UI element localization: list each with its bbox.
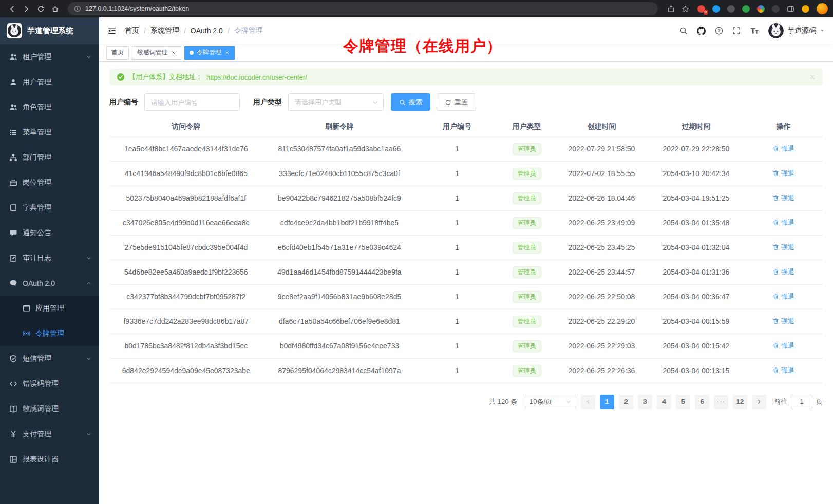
sidebar-item-token-mgmt[interactable]: 令牌管理 (0, 321, 99, 346)
sidebar-item-app-mgmt[interactable]: 应用管理 (0, 296, 99, 321)
next-page-button[interactable] (752, 395, 766, 409)
tab-token-management[interactable]: 令牌管理 (184, 46, 235, 60)
user-type-select[interactable]: 请选择用户类型 (288, 93, 384, 111)
sidebar-item-label: 部门管理 (23, 153, 51, 162)
breadcrumb-system[interactable]: 系统管理 (150, 26, 179, 35)
force-logout-button[interactable]: 强退 (772, 169, 794, 178)
cell-user-id: 1 (416, 358, 498, 383)
breadcrumb-home[interactable]: 首页 (125, 26, 139, 35)
sidebar-item-notice[interactable]: 通知公告 (0, 220, 99, 245)
search-button[interactable]: 搜索 (391, 93, 430, 111)
extension-icon[interactable] (770, 4, 781, 14)
browser-bookmark-button[interactable] (678, 2, 692, 15)
page-button-12[interactable]: 12 (733, 395, 747, 409)
sidebar-item-oauth[interactable]: OAuth 2.0 (0, 270, 99, 296)
header-search-icon[interactable] (679, 27, 688, 35)
font-size-icon[interactable] (750, 26, 759, 35)
cell-actions: 强退 (744, 284, 823, 309)
page-button-6[interactable]: 6 (695, 395, 709, 409)
extension-icon[interactable] (741, 4, 751, 14)
force-logout-button[interactable]: 强退 (772, 341, 794, 351)
help-icon[interactable] (715, 27, 723, 35)
tab-sensitive-word[interactable]: 敏感词管理 (132, 46, 181, 60)
force-logout-button[interactable]: 强退 (772, 366, 794, 375)
extension-icon[interactable] (711, 4, 721, 14)
sidebar-item-dict[interactable]: 字典管理 (0, 195, 99, 220)
extension-icon[interactable] (755, 4, 766, 14)
doc-link[interactable]: https://doc.iocoder.cn/user-center/ (206, 73, 307, 81)
user-type-badge: 管理员 (513, 143, 541, 155)
goto-page-input[interactable] (791, 395, 812, 409)
breadcrumb: 首页 / 系统管理 / OAuth 2.0 / 令牌管理 (125, 26, 263, 35)
sidebar-item-error-code[interactable]: 错误码管理 (0, 371, 99, 396)
cell-expire-time: 2054-03-04 01:35:48 (648, 210, 745, 235)
sidebar-item-report-designer[interactable]: 报表设计器 (0, 447, 99, 472)
cell-user-type: 管理员 (498, 235, 555, 260)
sidebar-item-label: 审计日志 (23, 254, 51, 263)
browser-reload-button[interactable] (34, 2, 47, 15)
user-id-input[interactable] (144, 93, 240, 111)
force-logout-button[interactable]: 强退 (772, 144, 794, 153)
breadcrumb-oauth[interactable]: OAuth 2.0 (191, 27, 223, 35)
sidebar-item-role[interactable]: 角色管理 (0, 94, 99, 120)
cell-expire-time: 2054-03-04 00:13:15 (648, 358, 745, 383)
app-logo-bar[interactable]: 芋道管理系统 (0, 17, 99, 44)
force-logout-button[interactable]: 强退 (772, 292, 794, 301)
browser-home-button[interactable] (48, 2, 62, 15)
alert-close-icon[interactable] (809, 74, 816, 80)
cell-refresh-token: 811c530487574fa0af1a59d3abc1aa66 (263, 137, 416, 161)
cell-refresh-token: cdfc4ce9c2da4bb1bdf21b9918ff4be5 (263, 210, 416, 235)
fullscreen-icon[interactable] (732, 27, 741, 35)
extension-icon[interactable] (726, 4, 736, 14)
cell-user-type: 管理员 (498, 309, 555, 334)
page-button-4[interactable]: 4 (657, 395, 671, 409)
browser-forward-button[interactable] (20, 2, 33, 15)
navbar-tools: 芋道源码 (679, 23, 825, 38)
user-menu[interactable]: 芋道源码 (768, 23, 825, 38)
browser-share-button[interactable] (664, 2, 677, 15)
browser-address-bar[interactable]: 127.0.0.1:1024/system/oauth2/token (68, 2, 658, 15)
annotation-text: 令牌管理（在线用户） (343, 36, 502, 57)
sidebar-item-tenant[interactable]: 租户管理 (0, 44, 99, 69)
sidebar-item-dept[interactable]: 部门管理 (0, 145, 99, 170)
cell-create-time: 2022-06-25 22:29:20 (555, 309, 648, 334)
browser-profile-avatar[interactable] (817, 3, 828, 14)
extension-icon[interactable] (800, 4, 810, 14)
force-logout-button[interactable]: 强退 (772, 193, 794, 203)
more-pages-button[interactable]: ··· (714, 395, 728, 409)
tab-home[interactable]: 首页 (106, 46, 129, 60)
sidebar-item-label: 敏感词管理 (23, 404, 59, 414)
collapse-sidebar-button[interactable] (107, 26, 117, 35)
reset-button[interactable]: 重置 (437, 93, 476, 111)
tab-close-icon[interactable] (224, 50, 230, 55)
force-logout-button[interactable]: 强退 (772, 218, 794, 227)
refresh-icon (445, 99, 451, 106)
cell-user-type: 管理员 (498, 260, 555, 284)
sidebar-item-audit-log[interactable]: 审计日志 (0, 245, 99, 270)
sidebar-item-user[interactable]: 用户管理 (0, 69, 99, 94)
force-logout-button[interactable]: 强退 (772, 267, 794, 277)
force-logout-button[interactable]: 强退 (772, 317, 794, 326)
extension-icon[interactable]: 0 (696, 4, 706, 14)
page-button-1[interactable]: 1 (600, 395, 614, 409)
cell-user-id: 1 (416, 137, 498, 161)
tab-close-icon[interactable] (171, 50, 176, 55)
browser-back-button[interactable] (5, 2, 18, 15)
cell-actions: 强退 (744, 210, 823, 235)
sidebar-item-sensitive-word[interactable]: 敏感词管理 (0, 396, 99, 421)
sidebar-item-menu[interactable]: 菜单管理 (0, 120, 99, 145)
sidebar-item-sms[interactable]: 短信管理 (0, 346, 99, 371)
force-logout-button[interactable]: 强退 (772, 243, 794, 252)
page-button-5[interactable]: 5 (676, 395, 690, 409)
prev-page-button[interactable] (581, 395, 595, 409)
side-panel-icon[interactable] (785, 4, 796, 14)
page-size-select[interactable]: 10条/页 (525, 395, 576, 409)
sidebar-item-post[interactable]: 岗位管理 (0, 170, 99, 195)
site-info-icon[interactable] (74, 5, 81, 12)
page-button-2[interactable]: 2 (619, 395, 633, 409)
page-button-3[interactable]: 3 (638, 395, 652, 409)
table-row: 54d6be82ee5a460a9aedc1f9bf223656 49d1aa4… (109, 260, 823, 284)
github-icon[interactable] (697, 27, 706, 35)
sidebar-item-payment[interactable]: 支付管理 (0, 421, 99, 447)
col-user-type: 用户类型 (498, 117, 555, 137)
